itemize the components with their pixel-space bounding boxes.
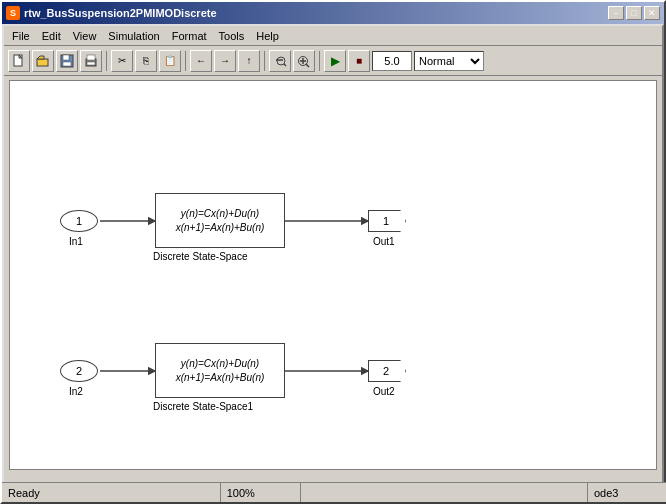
cut-button[interactable]: ✂ bbox=[111, 50, 133, 72]
in1-block[interactable]: 1 bbox=[60, 210, 98, 232]
up-button[interactable]: ↑ bbox=[238, 50, 260, 72]
open-button[interactable] bbox=[32, 50, 54, 72]
zoomout-button[interactable] bbox=[269, 50, 291, 72]
separator-3 bbox=[264, 51, 265, 71]
print-button[interactable] bbox=[80, 50, 102, 72]
menu-format[interactable]: Format bbox=[166, 28, 213, 44]
svg-rect-9 bbox=[87, 62, 95, 65]
out2-sublabel: Out2 bbox=[373, 386, 395, 397]
toolbar: ✂ ⎘ 📋 ← → ↑ ▶ ■ bbox=[4, 46, 662, 76]
status-blank bbox=[301, 483, 588, 502]
out1-label: 1 bbox=[381, 215, 389, 227]
out2-block[interactable]: 2 bbox=[368, 360, 406, 382]
ss1-line2: x(n+1)=Ax(n)+Bu(n) bbox=[176, 221, 265, 235]
maximize-button[interactable]: □ bbox=[626, 6, 642, 20]
svg-line-11 bbox=[284, 64, 286, 66]
svg-line-13 bbox=[306, 64, 309, 67]
svg-rect-8 bbox=[87, 55, 95, 60]
svg-marker-3 bbox=[37, 56, 44, 59]
stop-button[interactable]: ■ bbox=[348, 50, 370, 72]
separator-1 bbox=[106, 51, 107, 71]
in1-label: 1 bbox=[76, 215, 82, 227]
separator-2 bbox=[185, 51, 186, 71]
menu-bar: File Edit View Simulation Format Tools H… bbox=[4, 26, 662, 46]
window-controls: − □ ✕ bbox=[608, 6, 660, 20]
in1-sublabel: In1 bbox=[69, 236, 83, 247]
ss1-block[interactable]: y(n)=Cx(n)+Du(n) x(n+1)=Ax(n)+Bu(n) bbox=[155, 193, 285, 248]
out1-sublabel: Out1 bbox=[373, 236, 395, 247]
in2-label: 2 bbox=[76, 365, 82, 377]
app-icon: S bbox=[6, 6, 20, 20]
ss1-name: Discrete State-Space bbox=[153, 251, 248, 262]
window-title: rtw_BusSuspension2PMIMODiscrete bbox=[24, 7, 217, 19]
sim-mode-select[interactable]: Normal Accelerator Rapid Accelerator bbox=[414, 51, 484, 71]
menu-view[interactable]: View bbox=[67, 28, 103, 44]
svg-point-10 bbox=[277, 57, 285, 65]
menu-tools[interactable]: Tools bbox=[213, 28, 251, 44]
paste-button[interactable]: 📋 bbox=[159, 50, 181, 72]
ss2-name: Discrete State-Space1 bbox=[153, 401, 253, 412]
svg-rect-6 bbox=[63, 62, 71, 66]
new-button[interactable] bbox=[8, 50, 30, 72]
title-bar: S rtw_BusSuspension2PMIMODiscrete − □ ✕ bbox=[2, 2, 664, 24]
ss2-line2: x(n+1)=Ax(n)+Bu(n) bbox=[176, 371, 265, 385]
svg-rect-2 bbox=[37, 59, 48, 66]
out2-label: 2 bbox=[381, 365, 389, 377]
in2-sublabel: In2 bbox=[69, 386, 83, 397]
diagram-svg bbox=[10, 81, 656, 469]
ss1-line1: y(n)=Cx(n)+Du(n) bbox=[181, 207, 259, 221]
in2-block[interactable]: 2 bbox=[60, 360, 98, 382]
separator-4 bbox=[319, 51, 320, 71]
copy-button[interactable]: ⎘ bbox=[135, 50, 157, 72]
close-button[interactable]: ✕ bbox=[644, 6, 660, 20]
menu-simulation[interactable]: Simulation bbox=[102, 28, 165, 44]
menu-help[interactable]: Help bbox=[250, 28, 285, 44]
status-bar: Ready 100% ode3 bbox=[2, 482, 666, 502]
menu-file[interactable]: File bbox=[6, 28, 36, 44]
status-solver: ode3 bbox=[588, 483, 666, 502]
play-button[interactable]: ▶ bbox=[324, 50, 346, 72]
redo-button[interactable]: → bbox=[214, 50, 236, 72]
minimize-button[interactable]: − bbox=[608, 6, 624, 20]
sim-time-input[interactable] bbox=[372, 51, 412, 71]
undo-button[interactable]: ← bbox=[190, 50, 212, 72]
ss2-block[interactable]: y(n)=Cx(n)+Du(n) x(n+1)=Ax(n)+Bu(n) bbox=[155, 343, 285, 398]
status-zoom: 100% bbox=[221, 483, 301, 502]
diagram-canvas: 1 In1 y(n)=Cx(n)+Du(n) x(n+1)=Ax(n)+Bu(n… bbox=[9, 80, 657, 470]
zoomin-button[interactable] bbox=[293, 50, 315, 72]
status-ready: Ready bbox=[2, 483, 221, 502]
menu-edit[interactable]: Edit bbox=[36, 28, 67, 44]
title-left: S rtw_BusSuspension2PMIMODiscrete bbox=[6, 6, 217, 20]
main-window: S rtw_BusSuspension2PMIMODiscrete − □ ✕ … bbox=[0, 0, 666, 504]
ss2-line1: y(n)=Cx(n)+Du(n) bbox=[181, 357, 259, 371]
save-button[interactable] bbox=[56, 50, 78, 72]
out1-block[interactable]: 1 bbox=[368, 210, 406, 232]
svg-rect-5 bbox=[63, 55, 69, 60]
